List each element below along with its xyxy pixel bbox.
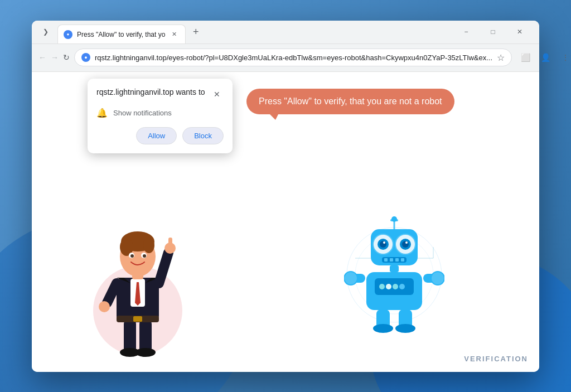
svg-line-23: [107, 283, 117, 303]
new-tab-button[interactable]: +: [188, 24, 204, 40]
address-bar: ← → ↻ ● rqstz.lightninganvil.top/eyes-ro…: [32, 44, 539, 72]
permission-text: Show notifications: [113, 109, 172, 117]
svg-point-58: [431, 272, 444, 285]
bell-icon: 🔔: [96, 108, 108, 118]
browser-window: ❯ ● Press "Allow" to verify, that yo ✕ +…: [32, 21, 539, 372]
block-button[interactable]: Block: [182, 127, 224, 144]
svg-point-57: [344, 272, 357, 285]
svg-point-39: [380, 241, 386, 248]
popup-header: rqstz.lightninganvil.top wants to ✕: [96, 88, 224, 101]
back-button[interactable]: ←: [38, 50, 46, 65]
page-content: rqstz.lightninganvil.top wants to ✕ 🔔 Sh…: [32, 72, 539, 372]
svg-rect-44: [384, 258, 388, 262]
profile-button[interactable]: 👤: [536, 49, 554, 66]
window-action-buttons: − □ ✕: [453, 22, 533, 42]
svg-point-62: [395, 324, 415, 333]
tab-list-button[interactable]: ❯: [38, 25, 53, 39]
svg-point-33: [391, 216, 397, 222]
extensions-button[interactable]: ⬜: [516, 49, 534, 66]
svg-point-42: [405, 241, 408, 244]
svg-rect-47: [401, 258, 404, 262]
svg-point-3: [136, 348, 156, 357]
popup-site-name: rqstz.lightninganvil.top wants to: [96, 88, 205, 96]
man-illustration: [93, 216, 182, 364]
svg-point-51: [379, 284, 385, 289]
toolbar-right: ⬜ 👤 ⋮: [516, 49, 571, 66]
popup-close-button[interactable]: ✕: [210, 88, 224, 101]
svg-rect-45: [390, 258, 393, 262]
url-text: rqstz.lightninganvil.top/eyes-robot/?pl=…: [95, 54, 492, 62]
tab-favicon: ●: [64, 30, 72, 39]
svg-line-20: [159, 253, 168, 283]
svg-point-24: [99, 301, 110, 312]
svg-rect-8: [133, 316, 142, 322]
refresh-button[interactable]: ↻: [63, 50, 70, 65]
title-bar: ❯ ● Press "Allow" to verify, that yo ✕ +…: [32, 21, 539, 44]
svg-point-61: [373, 324, 393, 333]
svg-point-18: [130, 254, 134, 258]
svg-point-53: [393, 284, 398, 289]
url-bar[interactable]: ● rqstz.lightninganvil.top/eyes-robot/?p…: [74, 49, 512, 66]
tab-title: Press "Allow" to verify, that yo: [77, 31, 165, 38]
active-tab[interactable]: ● Press "Allow" to verify, that yo ✕: [57, 25, 186, 43]
svg-point-54: [399, 284, 405, 289]
allow-button[interactable]: Allow: [136, 127, 177, 144]
menu-button[interactable]: ⋮: [557, 49, 571, 66]
tab-close-button[interactable]: ✕: [170, 30, 178, 39]
maximize-button[interactable]: □: [480, 22, 506, 42]
svg-point-52: [386, 284, 391, 289]
verification-label: VERIFICATION: [464, 355, 528, 363]
svg-point-41: [383, 241, 385, 244]
forward-button[interactable]: →: [51, 50, 59, 65]
popup-permission: 🔔 Show notifications: [96, 108, 224, 118]
robot-illustration: [344, 214, 444, 338]
svg-rect-22: [168, 238, 172, 249]
svg-point-40: [402, 241, 409, 248]
speech-bubble-text: Press "Allow" to verify, that you are no…: [259, 96, 442, 106]
svg-rect-46: [395, 258, 399, 262]
bookmark-button[interactable]: ☆: [497, 52, 505, 63]
window-close-button[interactable]: ✕: [507, 22, 533, 42]
popup-actions: Allow Block: [96, 127, 224, 144]
notification-popup: rqstz.lightninganvil.top wants to ✕ 🔔 Sh…: [88, 79, 233, 153]
svg-point-19: [143, 254, 146, 258]
tab-bar: ● Press "Allow" to verify, that yo ✕ +: [57, 22, 449, 41]
svg-rect-48: [390, 265, 399, 272]
speech-bubble: Press "Allow" to verify, that you are no…: [246, 89, 454, 114]
site-icon: ●: [81, 53, 90, 62]
minimize-button[interactable]: −: [453, 22, 479, 42]
svg-point-15: [143, 238, 154, 253]
